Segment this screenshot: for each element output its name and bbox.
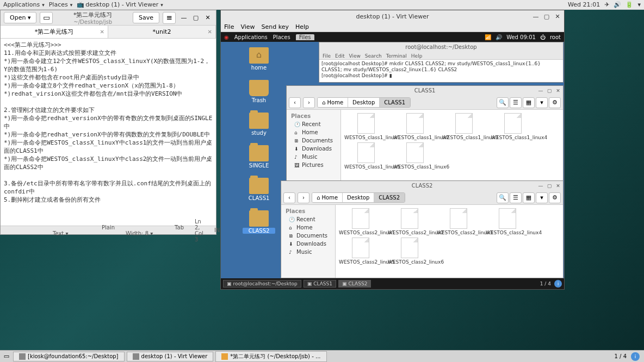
network-icon[interactable]: 📶	[485, 34, 491, 40]
desktop-icon-trash[interactable]: Trash	[243, 80, 275, 103]
desktop-icon-study[interactable]: study	[243, 113, 275, 136]
fm1-content[interactable]: WESTOS_class1_linux1 WESTOS_class1_linux…	[341, 110, 563, 183]
back-button[interactable]: ‹	[289, 97, 301, 108]
maximize-button[interactable]: ▢	[191, 14, 201, 21]
help-menu[interactable]: Help	[295, 23, 309, 30]
file-item[interactable]: WESTOS_class1_linux3	[442, 113, 486, 140]
file-item[interactable]: WESTOS_class2_linux4	[486, 208, 529, 235]
volume-icon[interactable]: 🔊	[496, 34, 502, 40]
maximize-button[interactable]: ▢	[546, 181, 553, 191]
sidebar-downloads[interactable]: ⬇Downloads	[281, 240, 335, 248]
file-item[interactable]: WESTOS_class2_linux2	[388, 208, 431, 235]
file-item[interactable]: WESTOS_class1_linux1	[344, 113, 388, 140]
desktop-icon-home[interactable]: home	[243, 47, 275, 71]
gear-button[interactable]: ⚙	[549, 97, 561, 108]
sidebar-documents[interactable]: 🗎Documents	[281, 232, 335, 240]
guest-desktop[interactable]: home Trash study SINGLE CLASS1 CLASS2 ro…	[221, 42, 564, 278]
sendkey-menu[interactable]: Send key	[262, 23, 289, 30]
tab-width-selector[interactable]: Tab Width: 8 ▾	[126, 224, 184, 236]
guest-task-class1[interactable]: ▣ CLASS1	[304, 280, 336, 288]
guest-task-terminal[interactable]: ▣ root@localhost:~/Desktop	[223, 280, 301, 288]
sidebar-documents[interactable]: 🗎Documents	[287, 136, 340, 145]
taskbar-item-terminal[interactable]: [kiosk@foundation65:~/Desktop]	[13, 352, 125, 361]
guest-workspace-icon[interactable]: i	[554, 280, 562, 288]
minimize-button[interactable]: —	[531, 13, 540, 20]
file-item[interactable]: WESTOS_class2_linux1	[339, 208, 382, 235]
file-menu[interactable]: File	[224, 23, 234, 30]
view-options-button[interactable]: ▾	[536, 192, 548, 203]
virt-viewer-app-menu[interactable]: 📺 desktop (1) - Virt Viewer	[77, 1, 163, 8]
term-search-menu[interactable]: Search	[365, 53, 382, 59]
sidebar-music[interactable]: ♪Music	[281, 248, 335, 256]
user-label[interactable]: root	[550, 34, 561, 40]
volume-icon[interactable]: 🔊	[614, 1, 621, 8]
guest-clock[interactable]: Wed 09:01	[506, 34, 536, 40]
view-options-button[interactable]: ▾	[536, 97, 548, 108]
path-desktop[interactable]: Desktop	[348, 98, 380, 107]
sidebar-home[interactable]: ⌂Home	[287, 128, 340, 136]
places-menu[interactable]: Places	[49, 1, 73, 8]
minimize-button[interactable]: —	[537, 181, 544, 191]
term-view-menu[interactable]: View	[349, 53, 361, 59]
back-button[interactable]: ‹	[283, 192, 295, 203]
file-item[interactable]: WESTOS_class1_linux5	[344, 142, 388, 170]
user-menu-icon[interactable]: ▾	[637, 1, 641, 8]
activities-icon[interactable]: ◉	[224, 34, 229, 40]
guest-applications-menu[interactable]: Applications	[234, 34, 268, 40]
file-item[interactable]: WESTOS_class1_linux4	[491, 113, 535, 140]
list-view-button[interactable]: ☰	[510, 192, 522, 203]
sidebar-music[interactable]: ♪Music	[287, 153, 340, 161]
airplane-icon[interactable]: ✈	[604, 1, 609, 8]
applications-menu[interactable]: Applications	[3, 1, 45, 8]
power-icon[interactable]: ⏻	[540, 34, 546, 40]
new-tab-button[interactable]: ▭	[40, 12, 53, 24]
hamburger-button[interactable]: ≡	[163, 12, 176, 24]
maximize-button[interactable]: ▢	[542, 13, 551, 20]
host-workspace-icon[interactable]: i	[631, 352, 640, 361]
file-item[interactable]: WESTOS_class1_linux6	[393, 142, 437, 170]
open-button[interactable]: Open ▾	[4, 12, 36, 23]
close-button[interactable]: ✕	[554, 86, 562, 96]
sidebar-home[interactable]: ⌂Home	[281, 223, 335, 232]
forward-button[interactable]: ›	[303, 97, 315, 108]
term-edit-menu[interactable]: Edit	[335, 53, 344, 59]
terminal-body[interactable]: [root@localhost Desktop]# mkdir CLASS1 C…	[319, 60, 563, 80]
host-clock[interactable]: Wed 21:01	[568, 1, 600, 8]
grid-view-button[interactable]: ▦	[523, 97, 535, 108]
desktop-icon-class2[interactable]: CLASS2	[243, 210, 275, 234]
gear-button[interactable]: ⚙	[549, 192, 561, 203]
list-view-button[interactable]: ☰	[510, 97, 522, 108]
path-home[interactable]: ⌂ Home	[318, 98, 348, 107]
minimize-button[interactable]: —	[537, 86, 544, 96]
sidebar-recent[interactable]: 🕐Recent	[281, 215, 335, 223]
grid-view-button[interactable]: ▦	[523, 192, 535, 203]
term-file-menu[interactable]: File	[323, 53, 331, 59]
maximize-button[interactable]: ▢	[546, 86, 553, 96]
sidebar-pictures[interactable]: 🖼Pictures	[287, 161, 340, 169]
sidebar-downloads[interactable]: ⬇Downloads	[287, 145, 340, 153]
close-icon[interactable]: ✕	[100, 29, 104, 35]
language-selector[interactable]: Plain Text ▾	[53, 224, 115, 236]
path-desktop[interactable]: Desktop	[343, 193, 374, 202]
file-item[interactable]: WESTOS_class2_linux5	[339, 238, 382, 265]
taskbar-item-virt[interactable]: desktop (1) - Virt Viewer	[127, 352, 214, 361]
search-button[interactable]: 🔍	[497, 97, 509, 108]
path-class1[interactable]: CLASS1	[380, 98, 410, 107]
file-item[interactable]: WESTOS_class2_linux3	[437, 208, 480, 235]
close-icon[interactable]: ✕	[208, 29, 212, 35]
fm2-content[interactable]: WESTOS_class2_linux1 WESTOS_class2_linux…	[336, 205, 563, 278]
close-button[interactable]: ✕	[554, 181, 562, 191]
term-terminal-menu[interactable]: Terminal	[386, 53, 407, 59]
taskbar-item-gedit[interactable]: *第二单元练习 (~/Desktop/jsb) - ...	[215, 351, 326, 362]
file-item[interactable]: WESTOS_class2_linux6	[388, 238, 431, 265]
gedit-tab-2[interactable]: *unit2✕	[108, 26, 216, 38]
forward-button[interactable]: ›	[298, 192, 309, 203]
battery-icon[interactable]: 🔋	[626, 1, 633, 8]
desktop-icon-class1[interactable]: CLASS1	[243, 178, 275, 201]
gedit-text-area[interactable]: <<<第二单元练习>>> 11.用命令和正则表达式按照要求建立文件 *)用一条命…	[1, 39, 216, 226]
search-button[interactable]: 🔍	[497, 192, 509, 203]
files-app-tab[interactable]: Files	[296, 34, 314, 40]
desktop-icon-single[interactable]: SINGLE	[243, 145, 275, 168]
sidebar-recent[interactable]: 🕐Recent	[287, 120, 340, 128]
path-home[interactable]: ⌂ Home	[312, 193, 343, 202]
